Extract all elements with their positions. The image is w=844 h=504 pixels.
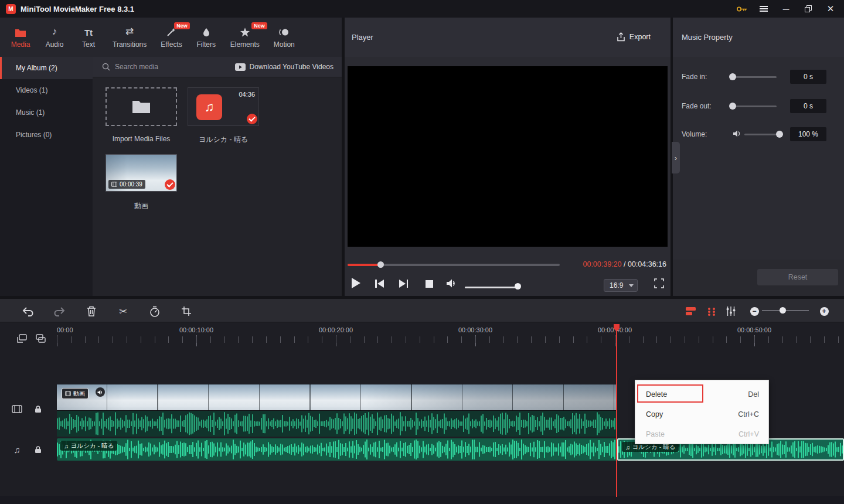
context-menu-paste: Paste Ctrl+V	[635, 424, 768, 444]
seek-bar[interactable]	[348, 264, 560, 266]
tab-elements[interactable]: New Elements	[230, 26, 260, 49]
titlebar: M MiniTool MovieMaker Free 8.3.1 ─ ✕	[0, 0, 844, 18]
music-track-icon[interactable]: ♫	[11, 444, 23, 455]
previous-frame-button[interactable]	[375, 280, 384, 288]
filters-icon	[202, 26, 211, 38]
music-clip-1[interactable]: ♫ ヨルシカ - 晴る	[57, 438, 617, 461]
timeline-scrollbar-track[interactable]	[0, 496, 844, 504]
adjust-levels-icon[interactable]	[725, 305, 737, 317]
star-icon	[240, 26, 250, 38]
tab-motion[interactable]: Motion	[274, 26, 295, 49]
sidebar-item-videos[interactable]: Videos (1)	[0, 79, 93, 101]
youtube-video-icon	[235, 63, 246, 71]
speaker-icon[interactable]	[446, 278, 457, 288]
music-waveform	[57, 438, 617, 461]
player-volume-handle[interactable]	[515, 283, 521, 290]
redo-button[interactable]	[53, 305, 65, 317]
timeline-toolbar: ✂ − +	[0, 299, 844, 322]
export-button[interactable]: Export	[617, 32, 651, 42]
reset-button[interactable]: Reset	[757, 269, 838, 285]
video-preview	[348, 66, 668, 247]
zoom-out-button[interactable]: −	[748, 305, 760, 317]
in-use-check-icon	[165, 179, 175, 190]
ruler-label: 00:00:30:00	[458, 326, 492, 333]
volume-value[interactable]: 100 %	[790, 127, 826, 141]
video-clip-label-badge: 動画	[62, 388, 89, 399]
video-media-item[interactable]: 00:00:39	[106, 154, 177, 192]
lock-track-icon[interactable]	[32, 444, 45, 455]
video-track-icon[interactable]	[11, 403, 23, 415]
minimize-button[interactable]: ─	[780, 2, 792, 15]
menu-icon[interactable]	[757, 2, 770, 15]
split-scissors-icon[interactable]: ✂	[117, 305, 129, 317]
search-icon	[102, 63, 110, 71]
aspect-ratio-select[interactable]: 16:9	[604, 279, 638, 292]
timeline-zoom-handle[interactable]	[780, 307, 786, 314]
music-file-icon: ♫	[196, 94, 222, 120]
ruler-minor-ticks[interactable]	[57, 336, 844, 343]
download-youtube-button[interactable]: Download YouTube Videos	[235, 63, 342, 71]
sidebar-item-pictures[interactable]: Pictures (0)	[0, 124, 93, 146]
tab-transitions[interactable]: ⇄ Transitions	[113, 26, 147, 49]
transitions-icon: ⇄	[125, 26, 134, 38]
seek-handle[interactable]	[377, 261, 384, 268]
zoom-in-button[interactable]: +	[818, 305, 830, 317]
ruler-label: 00:00:50:00	[737, 326, 771, 333]
export-icon	[617, 32, 625, 42]
maximize-button[interactable]	[802, 2, 815, 15]
sidebar-item-my-album[interactable]: My Album (2)	[0, 57, 93, 79]
undo-button[interactable]	[22, 305, 34, 317]
license-key-icon[interactable]	[735, 2, 748, 15]
playhead[interactable]	[616, 324, 617, 497]
import-media-tile[interactable]	[106, 87, 177, 126]
player-volume-slider[interactable]	[465, 287, 519, 288]
fade-out-slider[interactable]	[731, 105, 777, 107]
library-sidebar: My Album (2) Videos (1) Music (1) Pictur…	[0, 57, 93, 296]
music-note-icon: ♪	[52, 26, 57, 38]
media-panel: Download YouTube Videos Import Media Fil…	[93, 57, 342, 296]
video-item-name: 動画	[106, 201, 177, 211]
fade-in-label: Fade in:	[682, 73, 707, 81]
video-clip[interactable]: 動画	[57, 384, 617, 437]
fade-out-label: Fade out:	[682, 102, 712, 110]
fade-in-handle[interactable]	[729, 73, 736, 80]
tab-audio[interactable]: ♪ Audio	[45, 26, 64, 49]
storyboard-mode-icon[interactable]	[685, 305, 696, 317]
speed-button[interactable]	[149, 305, 161, 317]
play-button[interactable]	[352, 278, 360, 288]
text-icon: Tt	[84, 26, 93, 38]
music-media-item[interactable]: ♫ 04:36	[188, 87, 259, 126]
add-to-track-icon[interactable]	[15, 332, 28, 344]
tab-text[interactable]: Tt Text	[79, 26, 98, 49]
tab-media[interactable]: Media	[11, 26, 30, 49]
delete-clip-button[interactable]	[86, 305, 97, 317]
ribbon-tabs: Media ♪ Audio Tt Text ⇄ Transitions New …	[0, 18, 342, 57]
new-badge: New	[251, 22, 267, 29]
stop-button[interactable]	[426, 280, 433, 288]
volume-label: Volume:	[682, 130, 707, 138]
clip-audio-icon[interactable]	[96, 387, 105, 397]
sidebar-item-music[interactable]: Music (1)	[0, 101, 93, 124]
fade-in-value[interactable]: 0 s	[790, 70, 826, 84]
ruler-label: 00:00	[57, 326, 73, 333]
volume-handle[interactable]	[776, 131, 783, 138]
fade-out-handle[interactable]	[729, 103, 736, 110]
seek-bar-fill	[348, 264, 380, 266]
context-menu: Delete Del Copy Ctrl+C Paste Ctrl+V	[635, 380, 769, 444]
fullscreen-button[interactable]	[654, 278, 664, 288]
volume-slider[interactable]	[744, 134, 781, 135]
speaker-icon	[733, 130, 742, 138]
fade-out-value[interactable]: 0 s	[790, 99, 826, 113]
close-button[interactable]: ✕	[824, 2, 837, 15]
next-frame-button[interactable]	[399, 280, 408, 288]
tab-effects[interactable]: New Effects	[161, 26, 182, 49]
collapse-panel-handle[interactable]: ›	[672, 142, 680, 173]
search-input[interactable]	[115, 63, 203, 71]
fade-in-slider[interactable]	[731, 76, 777, 78]
audio-marker-icon[interactable]	[706, 305, 717, 317]
tab-filters[interactable]: Filters	[196, 26, 216, 49]
context-menu-copy[interactable]: Copy Ctrl+C	[635, 404, 768, 424]
manage-tracks-icon[interactable]	[34, 332, 47, 344]
lock-track-icon[interactable]	[32, 403, 45, 415]
crop-button[interactable]	[181, 305, 192, 317]
